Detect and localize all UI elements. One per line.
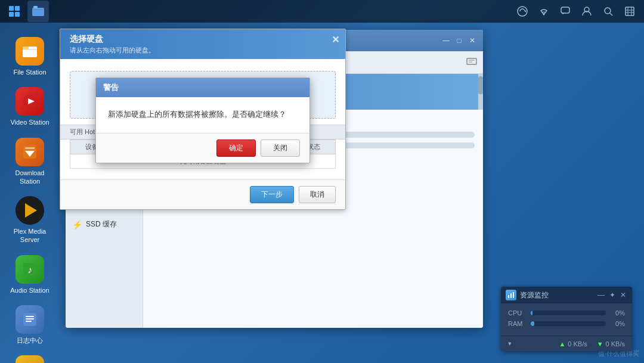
rm-body: CPU 0% RAM 0% <box>501 303 632 336</box>
svg-rect-5 <box>33 6 38 8</box>
file-station-icon <box>16 37 44 66</box>
sidebar-item-log-center[interactable]: 日志中心 <box>3 300 57 348</box>
nav-ssd-cache[interactable]: ⚡ SSD 缓存 <box>66 215 143 234</box>
rm-titlebar: 资源监控 — ✦ ✕ <box>501 287 632 303</box>
file-station-taskbar[interactable] <box>27 1 49 22</box>
svg-line-12 <box>610 13 612 15</box>
net-up-item: ▲ 0 KB/s <box>559 340 587 348</box>
svg-rect-49 <box>510 293 512 298</box>
svg-rect-48 <box>508 295 509 298</box>
window-controls: — □ ✕ <box>441 36 477 45</box>
rm-close[interactable]: ✕ <box>619 291 627 299</box>
ram-value: 0% <box>611 320 625 327</box>
plex-label: Plex Media Server <box>5 227 54 244</box>
user-icon[interactable] <box>578 3 595 20</box>
svg-rect-32 <box>26 318 34 319</box>
net-down-value: 0 KB/s <box>606 340 625 348</box>
download-station-label: Download Station <box>5 169 54 186</box>
video-station-icon <box>16 87 44 116</box>
cpu-value: 0% <box>611 309 625 317</box>
svg-rect-31 <box>26 316 34 317</box>
ssd-cache-label: SSD 缓存 <box>86 219 117 229</box>
file-station-label: File Station <box>13 68 46 76</box>
mp4-icon: MP4 <box>16 355 44 363</box>
svg-rect-50 <box>513 292 514 298</box>
select-disk-header: 选择硬盘 请从左向右拖动可用的硬盘。 ✕ <box>60 29 345 59</box>
svg-rect-2 <box>9 12 14 17</box>
sidebar-item-plex[interactable]: Plex Media Server <box>3 191 57 248</box>
toolbar-right-area <box>466 56 477 69</box>
sidebar-item-mp4[interactable]: MP4 MP4 <box>3 350 57 363</box>
taskbar-left <box>0 1 49 22</box>
rm-net: ▲ 0 KB/s ▼ 0 KB/s <box>559 340 625 348</box>
warning-title: 警告 <box>103 82 119 93</box>
net-down-item: ▼ 0 KB/s <box>597 340 625 348</box>
svg-rect-13 <box>626 7 634 15</box>
svg-rect-0 <box>9 6 14 11</box>
window-close[interactable]: ✕ <box>467 36 477 45</box>
svg-rect-20 <box>23 46 29 49</box>
ram-bar-fill <box>531 321 534 326</box>
select-disk-title: 选择硬盘 <box>70 34 155 45</box>
cpu-row: CPU 0% <box>508 309 625 317</box>
next-button[interactable]: 下一步 <box>250 186 294 203</box>
sidebar-item-audio-station[interactable]: ♪ Audio Station <box>3 250 57 298</box>
svg-rect-33 <box>26 321 32 322</box>
sidebar-item-video-station[interactable]: Video Station <box>3 82 57 130</box>
svg-rect-25 <box>25 147 35 149</box>
video-station-label: Video Station <box>10 118 49 126</box>
svg-rect-4 <box>32 8 44 16</box>
cancel-button[interactable]: 取消 <box>299 186 336 203</box>
start-button[interactable] <box>4 1 25 22</box>
window-minimize[interactable]: — <box>441 36 451 45</box>
sidebar-item-download-station[interactable]: Download Station <box>3 133 57 190</box>
scrollbar-thumb <box>478 76 483 94</box>
rm-collapse-arrow[interactable]: ▾ <box>508 340 512 348</box>
window-maximize[interactable]: □ <box>454 36 464 45</box>
download-station-icon <box>16 138 44 166</box>
select-disk-footer: 下一步 取消 <box>60 179 345 209</box>
network-icon[interactable] <box>535 3 552 20</box>
net-down-arrow-icon: ▼ <box>597 340 603 348</box>
desktop: File Station Video Station Download Stat… <box>0 0 644 363</box>
ram-label: RAM <box>508 320 526 327</box>
ram-bar-bg <box>531 321 606 326</box>
warning-footer: 确定 关闭 <box>96 133 309 163</box>
svg-text:♪: ♪ <box>27 265 32 275</box>
sync-icon[interactable] <box>514 3 531 20</box>
select-disk-close[interactable]: ✕ <box>332 34 339 45</box>
rm-expand[interactable]: ✦ <box>608 291 617 299</box>
warning-message: 新添加硬盘上的所有数据将被擦除。是否确定继续？ <box>108 110 286 119</box>
warning-titlebar: 警告 <box>96 78 309 97</box>
svg-rect-39 <box>467 58 476 64</box>
svg-point-11 <box>605 8 611 14</box>
cpu-bar-fill <box>531 311 532 315</box>
net-up-value: 0 KB/s <box>568 340 587 348</box>
taskbar-right <box>514 3 644 20</box>
warning-close-button[interactable]: 关闭 <box>261 139 300 157</box>
rm-minimize[interactable]: — <box>596 291 606 299</box>
svg-rect-1 <box>15 6 20 11</box>
cpu-label: CPU <box>508 309 526 317</box>
sidebar: File Station Video Station Download Stat… <box>0 23 60 363</box>
plex-icon <box>16 196 44 225</box>
warning-confirm-button[interactable]: 确定 <box>216 139 256 157</box>
audio-station-label: Audio Station <box>10 286 49 294</box>
log-center-icon <box>16 305 44 334</box>
resource-monitor: 资源监控 — ✦ ✕ CPU 0% RAM 0% <box>501 287 632 351</box>
svg-point-8 <box>543 14 545 15</box>
select-disk-subtitle: 请从左向右拖动可用的硬盘。 <box>70 46 155 55</box>
vertical-scrollbar[interactable] <box>478 74 483 110</box>
select-disk-header-content: 选择硬盘 请从左向右拖动可用的硬盘。 <box>70 34 155 55</box>
chat-icon[interactable] <box>557 3 574 20</box>
net-up-arrow-icon: ▲ <box>559 340 565 348</box>
audio-station-icon: ♪ <box>16 255 44 284</box>
warning-body: 新添加硬盘上的所有数据将被擦除。是否确定继续？ <box>96 97 309 133</box>
taskbar <box>0 0 644 23</box>
warning-dialog: 警告 新添加硬盘上的所有数据将被擦除。是否确定继续？ 确定 关闭 <box>95 77 310 163</box>
search-icon[interactable] <box>600 3 617 20</box>
grid-icon[interactable] <box>621 3 638 20</box>
ram-row: RAM 0% <box>508 320 625 327</box>
sidebar-item-file-station[interactable]: File Station <box>3 32 57 80</box>
rm-title-icon <box>506 290 516 300</box>
